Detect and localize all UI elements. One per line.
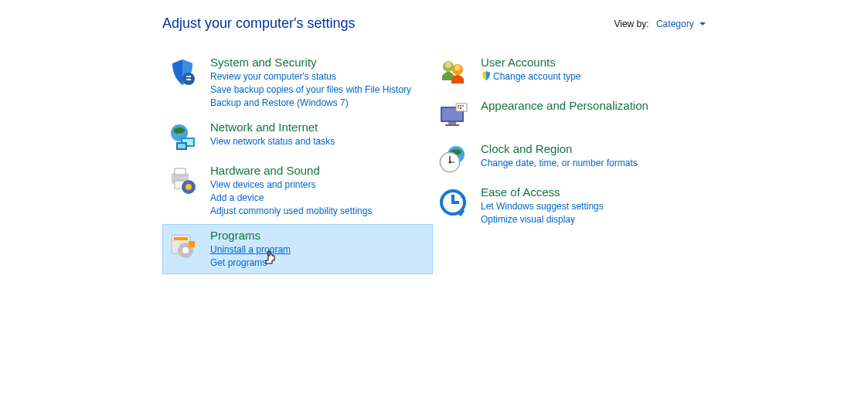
svg-rect-9 <box>175 168 186 175</box>
link-devices-printers[interactable]: View devices and printers <box>210 178 428 192</box>
printer-icon <box>167 164 210 218</box>
link-mobility-settings[interactable]: Adjust commonly used mobility settings <box>210 205 428 218</box>
category-title[interactable]: Clock and Region <box>481 142 699 155</box>
category-user-accounts[interactable]: User Accounts Change account type <box>433 51 703 93</box>
category-system-security[interactable]: System and Security Review your computer… <box>162 51 433 114</box>
category-programs[interactable]: Programs Uninstall a program Get program… <box>162 224 433 274</box>
category-columns: System and Security Review your computer… <box>0 51 868 276</box>
link-uninstall-program[interactable]: Uninstall a program <box>210 243 428 257</box>
category-appearance[interactable]: Appearance and Personalization <box>433 94 703 136</box>
svg-rect-27 <box>458 105 459 107</box>
svg-rect-2 <box>186 79 191 80</box>
link-get-programs[interactable]: Get programs <box>210 257 428 270</box>
link-windows-suggest[interactable]: Let Windows suggest settings <box>481 200 699 213</box>
monitor-icon <box>437 99 481 131</box>
link-network-status[interactable]: View network status and tasks <box>210 135 428 148</box>
svg-rect-24 <box>448 122 456 124</box>
svg-point-38 <box>449 161 451 164</box>
category-title[interactable]: System and Security <box>210 56 428 69</box>
link-file-history[interactable]: Save backup copies of your files with Fi… <box>210 83 428 97</box>
category-clock-region[interactable]: Clock and Region Change date, time, or n… <box>433 138 703 179</box>
category-title[interactable]: User Accounts <box>481 56 699 69</box>
svg-rect-31 <box>460 107 461 109</box>
view-by-label: View by: <box>614 19 648 29</box>
link-review-status[interactable]: Review your computer's status <box>210 70 428 83</box>
programs-icon <box>167 229 210 270</box>
svg-rect-29 <box>462 105 464 107</box>
link-backup-restore[interactable]: Backup and Restore (Windows 7) <box>210 97 428 110</box>
category-hardware-sound[interactable]: Hardware and Sound View devices and prin… <box>162 159 433 223</box>
view-by-value: Category <box>656 19 694 29</box>
svg-rect-28 <box>460 105 461 107</box>
uac-shield-icon <box>481 70 492 81</box>
shield-icon <box>167 56 210 110</box>
svg-rect-32 <box>462 107 464 109</box>
category-title[interactable]: Ease of Access <box>481 185 699 199</box>
category-title[interactable]: Network and Internet <box>210 121 428 134</box>
svg-rect-25 <box>445 124 459 126</box>
link-add-device[interactable]: Add a device <box>210 192 428 205</box>
category-network-internet[interactable]: Network and Internet View network status… <box>162 116 433 158</box>
svg-rect-14 <box>174 237 188 240</box>
users-icon <box>437 56 481 88</box>
globe-network-icon <box>167 121 210 153</box>
control-panel-root: Adjust your computer's settings View by:… <box>0 0 868 276</box>
category-title[interactable]: Programs <box>210 229 428 242</box>
category-title[interactable]: Appearance and Personalization <box>481 99 699 112</box>
svg-rect-30 <box>458 107 459 109</box>
category-title[interactable]: Hardware and Sound <box>210 164 428 177</box>
header-bar: Adjust your computer's settings View by:… <box>0 15 868 51</box>
svg-rect-1 <box>186 76 191 77</box>
svg-point-12 <box>186 184 192 190</box>
link-optimize-display[interactable]: Optimize visual display <box>481 213 699 226</box>
svg-point-21 <box>454 65 461 71</box>
left-column: System and Security Review your computer… <box>162 51 433 276</box>
category-ease-of-access[interactable]: Ease of Access Let Windows suggest setti… <box>433 181 703 231</box>
link-change-account-type[interactable]: Change account type <box>481 70 699 83</box>
chevron-down-icon <box>700 22 706 25</box>
svg-rect-17 <box>189 241 195 247</box>
svg-point-16 <box>182 247 189 253</box>
svg-rect-7 <box>178 144 186 148</box>
right-column: User Accounts Change account type <box>433 51 703 276</box>
link-date-time-formats[interactable]: Change date, time, or number formats <box>481 157 699 170</box>
clock-icon <box>437 142 481 175</box>
page-title: Adjust your computer's settings <box>162 15 356 32</box>
ease-access-icon <box>437 185 481 226</box>
view-by-dropdown[interactable]: View by: Category <box>614 19 706 29</box>
svg-point-19 <box>445 62 451 68</box>
